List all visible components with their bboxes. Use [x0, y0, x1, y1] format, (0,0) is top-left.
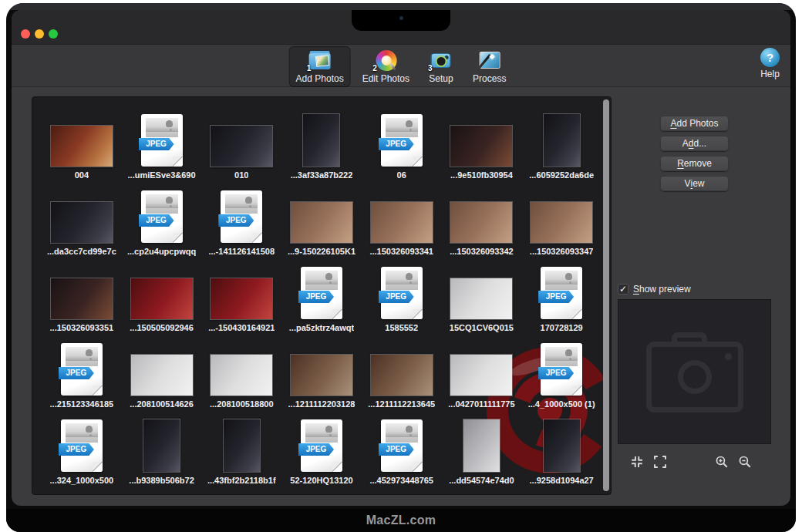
- camera-placeholder-icon: [646, 342, 743, 412]
- toolbar-setup[interactable]: 3Setup: [421, 46, 461, 87]
- photo-item[interactable]: JPEG...4_1000x500 (1): [521, 332, 602, 409]
- photo-item[interactable]: ...0427011111775: [442, 332, 522, 409]
- photo-item[interactable]: ...150326093347: [521, 180, 602, 256]
- photo-item[interactable]: ...1211112213645: [362, 332, 442, 409]
- edit-photos-icon: 2: [372, 49, 399, 72]
- photo-filename: ...9e510fb30954: [450, 170, 513, 180]
- photo-item[interactable]: ...dd54574e74d0: [442, 409, 522, 485]
- minimize-button[interactable]: [35, 29, 44, 39]
- photo-item[interactable]: ...9e510fb30954: [442, 103, 522, 180]
- photo-thumbnail: [450, 278, 512, 319]
- toolbar-label: Setup: [428, 73, 454, 84]
- photo-item[interactable]: ...-150430164921: [201, 256, 281, 332]
- photo-item[interactable]: ...150505092946: [122, 256, 202, 332]
- photo-filename: 1585552: [385, 323, 418, 332]
- photo-item[interactable]: ...208100514626: [122, 332, 202, 409]
- jpeg-file-icon: JPEG: [141, 190, 183, 243]
- photo-item[interactable]: JPEG1585552: [362, 256, 442, 332]
- photo-filename: ...208100514626: [130, 399, 194, 409]
- photo-item[interactable]: ...208100518800: [201, 332, 281, 409]
- photo-filename: ...150326093341: [369, 247, 433, 256]
- vertical-scrollbar[interactable]: [603, 99, 609, 491]
- photo-item[interactable]: JPEG...umiESve3&690: [122, 103, 202, 180]
- toolbar-label: Process: [473, 73, 506, 84]
- photo-item[interactable]: ...150326093341: [362, 180, 442, 256]
- photo-item[interactable]: ...9258d1094a27: [521, 409, 602, 485]
- photo-filename: ...150505092946: [130, 323, 194, 332]
- add-button[interactable]: Add...: [660, 136, 729, 151]
- photo-item[interactable]: ...150326093351: [42, 256, 122, 332]
- jpeg-file-icon: JPEG: [381, 114, 423, 167]
- photo-thumbnail: [303, 114, 339, 167]
- traffic-lights: [21, 29, 58, 39]
- step-badge: 2: [372, 64, 377, 72]
- jpeg-badge: JPEG: [379, 291, 414, 303]
- photo-item[interactable]: JPEG06: [362, 103, 442, 180]
- photo-item[interactable]: JPEG52-120HQ13120: [281, 409, 362, 485]
- photo-filename: ...1211112213645: [368, 399, 435, 409]
- show-preview-row: ✓ Show preview: [618, 284, 691, 295]
- photo-item[interactable]: JPEG...452973448765: [362, 409, 442, 485]
- photo-thumbnail: [291, 202, 352, 243]
- photo-item[interactable]: ...9-150226105K1: [281, 180, 362, 256]
- jpeg-file-icon: JPEG: [381, 419, 423, 472]
- photo-thumbnail: [51, 126, 113, 167]
- photo-item[interactable]: JPEG...pa5zktrz4awqt: [281, 256, 362, 332]
- step-badge: 1: [307, 64, 312, 72]
- close-button[interactable]: [21, 29, 30, 39]
- jpeg-file-icon: JPEG: [541, 267, 582, 319]
- brand-text: MacZL.com: [366, 513, 436, 527]
- jpeg-file-icon: JPEG: [221, 190, 262, 243]
- photo-item[interactable]: JPEG170728129: [521, 256, 602, 332]
- jpeg-file-icon: JPEG: [301, 419, 342, 472]
- photo-item[interactable]: ...3af33a87b222: [281, 103, 362, 180]
- toolbar-edit-photos[interactable]: 2Edit Photos: [356, 46, 416, 87]
- photo-item[interactable]: ...b9389b506b72: [122, 409, 202, 485]
- photo-item[interactable]: 010: [201, 103, 281, 180]
- help-button[interactable]: ? Help: [760, 48, 780, 79]
- photo-item[interactable]: ...43fbf2b2118b1f: [201, 409, 281, 485]
- display-notch: [352, 10, 450, 31]
- show-preview-checkbox[interactable]: ✓: [618, 284, 628, 295]
- photo-item[interactable]: ...6059252da6de: [521, 103, 602, 180]
- preview-controls: [618, 455, 770, 470]
- photo-filename: 010: [234, 170, 248, 180]
- photo-item[interactable]: JPEG...324_1000x500: [42, 409, 122, 485]
- photo-item[interactable]: ...1211112203128: [281, 332, 362, 409]
- jpeg-badge: JPEG: [379, 138, 414, 150]
- photo-filename: ...9-150226105K1: [288, 247, 356, 256]
- contract-icon[interactable]: [630, 455, 644, 469]
- process-icon: [477, 49, 503, 72]
- photo-filename: ...150326093342: [450, 247, 514, 256]
- photo-item[interactable]: JPEG...215123346185: [42, 332, 122, 409]
- photo-filename: 004: [75, 170, 89, 180]
- photo-item[interactable]: JPEG...-141126141508: [201, 180, 281, 256]
- jpeg-badge: JPEG: [298, 443, 334, 456]
- zoom-out-icon[interactable]: [738, 455, 752, 469]
- remove-button[interactable]: Remove: [660, 156, 729, 171]
- show-preview-label: Show preview: [633, 284, 691, 295]
- photo-filename: ...-141126141508: [208, 247, 275, 256]
- toolbar-add-photos[interactable]: 1Add Photos: [289, 46, 351, 87]
- photo-item[interactable]: JPEG...cp2u4upcpwqq: [122, 180, 202, 256]
- view-button[interactable]: View: [660, 176, 729, 191]
- photo-item[interactable]: ...150326093342: [442, 180, 522, 256]
- photo-filename: ...215123346185: [50, 399, 114, 409]
- photo-item[interactable]: 15CQ1CV6Q015: [442, 256, 522, 332]
- photo-thumbnail: [450, 126, 512, 167]
- photo-item[interactable]: ...da3cc7cd99e7c: [42, 180, 122, 256]
- expand-icon[interactable]: [653, 455, 667, 469]
- side-panel: ✓ Show preview Add PhotosAdd...RemoveVie…: [618, 86, 770, 506]
- jpeg-file-icon: JPEG: [61, 419, 103, 472]
- photo-thumbnail: [211, 278, 272, 319]
- photo-filename: ...0427011111775: [448, 399, 514, 409]
- zoom-button[interactable]: [49, 29, 58, 39]
- photo-thumbnail: [211, 126, 272, 167]
- toolbar-process[interactable]: Process: [466, 46, 513, 87]
- zoom-in-icon[interactable]: [715, 455, 729, 469]
- photo-item[interactable]: 004: [42, 103, 122, 180]
- jpeg-file-icon: JPEG: [541, 343, 582, 396]
- photo-thumbnail: [371, 202, 433, 243]
- jpeg-badge: JPEG: [59, 443, 94, 456]
- add-photos-button[interactable]: Add Photos: [660, 116, 729, 131]
